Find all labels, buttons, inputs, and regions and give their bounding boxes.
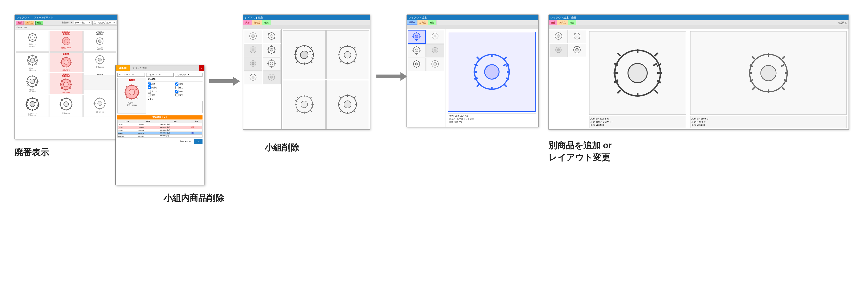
dialog-gear-label: 新商品 <box>129 79 135 82</box>
dialog-cancel-btn[interactable]: キャンセル <box>177 139 193 144</box>
svg-point-153 <box>270 62 273 65</box>
s2-tab2[interactable]: 新商品 <box>252 20 262 25</box>
s3-sm-sel-gear-1 <box>410 31 423 42</box>
svg-point-51 <box>98 58 101 61</box>
table-row-1[interactable]: CS0842 CB04842 CS0-B412 部品 <box>118 123 203 126</box>
s4-tab3[interactable]: 確認 <box>568 20 576 25</box>
gear-cell-1-1: 製品コード12345-AA <box>16 31 49 52</box>
svg-point-111 <box>129 89 135 95</box>
chk-price[interactable]: 価格 <box>175 83 203 86</box>
sub-tab-num[interactable]: JAN <box>24 27 27 29</box>
sub-tab-all[interactable]: ポール <box>16 26 22 29</box>
svg-line-287 <box>655 90 658 93</box>
svg-line-173 <box>310 61 312 63</box>
s4-grid-small <box>549 29 587 58</box>
chk-note-input[interactable] <box>175 93 179 96</box>
chk-jan-input[interactable] <box>175 90 179 93</box>
svg-point-203 <box>344 101 351 108</box>
td-old-2: CB04842 <box>137 126 159 129</box>
s4-panels: 品番: SP-2000-BIG 名称: 大型スプロケット 価格: ¥28,500 <box>549 29 848 130</box>
s2-large-3 <box>283 80 326 129</box>
screenshot-4: レイアウト編集 - 最終 廃番 新商品 確認 商品情報 <box>548 14 849 130</box>
chk-tax-input[interactable] <box>175 86 179 89</box>
s2-sm-gear-7 <box>247 72 260 83</box>
s2-sm-gear-3 <box>247 44 260 55</box>
chk-jan[interactable]: JAN <box>175 90 203 93</box>
svg-line-38 <box>34 58 35 59</box>
dialog-field-layout[interactable]: レイアウト ▼ <box>146 73 174 77</box>
gear-cell-4-3: 型番 GR-400 <box>84 95 116 117</box>
s3-sm-2 <box>426 30 444 44</box>
titlebar-4: レイアウト編集 - 最終 <box>549 15 848 20</box>
dialog-close-btn[interactable]: × <box>199 65 204 71</box>
s4-right-price: 価格: ¥15,200 <box>691 124 845 127</box>
chk-stock-input[interactable] <box>148 93 151 96</box>
dialog-gear-area: 新商品 商品コード新品 12345 表示項目 <box>117 78 203 114</box>
table-row-5[interactable]: CS0RQ2 CS0RQ12 CS0-P45 品番 <box>118 135 203 137</box>
s2-sm-2 <box>262 30 281 43</box>
dialog-tab-2[interactable]: スペック情報 <box>130 65 149 71</box>
s4-sm-3 <box>550 44 567 57</box>
s3-sm-gear-4 <box>429 45 442 56</box>
s3-tab2[interactable]: 新商品 <box>417 20 428 25</box>
svg-point-233 <box>415 63 418 65</box>
td-status-3 <box>191 129 202 132</box>
s2-grid-small <box>243 29 281 85</box>
s4-toolbar <box>549 25 848 29</box>
s2-sm-6 <box>262 58 281 71</box>
label-soji: 初期分 ▼ <box>62 21 73 24</box>
chk-code-input[interactable] <box>148 83 151 86</box>
s2-tab1[interactable]: 廃番 <box>243 20 252 25</box>
gear-cell-3-3: スペース <box>84 73 116 94</box>
table-row-4[interactable]: CS1044 CB05044 CS0-D614 部品 選択 <box>118 132 203 135</box>
dialog-field-content[interactable]: コンテンツ ▼ <box>175 73 203 77</box>
td-old-4: CB05044 <box>137 132 159 135</box>
s3-sm-6 <box>426 58 444 71</box>
chk-price-input[interactable] <box>175 83 179 86</box>
dropdown-data[interactable]: データ表示 ▼ <box>74 21 91 25</box>
chk-stock[interactable]: 在庫 <box>148 93 175 96</box>
chk-name[interactable]: 商品名 <box>148 86 175 89</box>
chk-code[interactable]: 品番 <box>148 83 175 86</box>
svg-point-213 <box>415 35 418 38</box>
s2-left-panel <box>243 29 282 130</box>
dialog-field-template[interactable]: テンプレート ▼ <box>117 73 145 77</box>
svg-line-306 <box>750 65 753 67</box>
s2-large-1 <box>283 30 326 79</box>
titlebar-2-text: レイアウト編集 <box>245 16 264 20</box>
s4-sm-gear-2 <box>570 31 584 41</box>
s3-tab-selected[interactable]: 選択中 <box>407 20 417 25</box>
svg-line-254 <box>503 64 506 66</box>
svg-line-307 <box>784 79 787 82</box>
svg-point-57 <box>30 79 35 84</box>
svg-point-231 <box>434 49 436 52</box>
s4-tab1[interactable]: 廃番 <box>549 20 557 25</box>
tab-haban[interactable]: 廃番 <box>16 21 24 25</box>
s4-mid-price: 価格: ¥28,500 <box>590 124 685 127</box>
svg-point-81 <box>30 101 35 107</box>
svg-line-291 <box>657 81 661 83</box>
chk-name-input[interactable] <box>148 86 151 89</box>
th-new: 品名 <box>159 120 191 123</box>
tab-kakunin[interactable]: 確認 <box>35 21 43 25</box>
chk-maker[interactable]: メーカー <box>148 90 175 93</box>
s4-tab2[interactable]: 新商品 <box>557 20 568 25</box>
svg-line-248 <box>477 57 479 59</box>
cell-info-3-2: 廃品 B-999 <box>62 92 70 94</box>
dropdown-cat[interactable]: 品・同客商品区分 ▼ <box>92 21 116 25</box>
chk-note[interactable]: 備考 <box>175 93 203 96</box>
svg-line-209 <box>354 111 355 112</box>
dialog-memo-input[interactable] <box>148 101 203 113</box>
table-row-2[interactable]: CS0842 CB04842 CS0-B412 部品 廃番 <box>118 126 203 129</box>
gear-cell-2-1: 製品名型番XY-200 <box>16 53 49 72</box>
tab-shinshina[interactable]: 新商品 <box>25 21 34 25</box>
chk-tax[interactable]: 税込 <box>175 86 203 89</box>
table-row-3[interactable]: CS0943 CB04943 CS0-C513 部品 <box>118 129 203 132</box>
s2-tab3[interactable]: 確認 <box>262 20 271 25</box>
gear-img-4 <box>24 53 41 68</box>
dialog-ok-btn[interactable]: OK <box>194 139 203 144</box>
svg-line-197 <box>310 110 312 112</box>
chk-maker-input[interactable] <box>148 90 151 93</box>
s3-tab3[interactable]: 確認 <box>428 20 436 25</box>
dialog-tab-active[interactable]: 編集TX <box>116 65 130 71</box>
